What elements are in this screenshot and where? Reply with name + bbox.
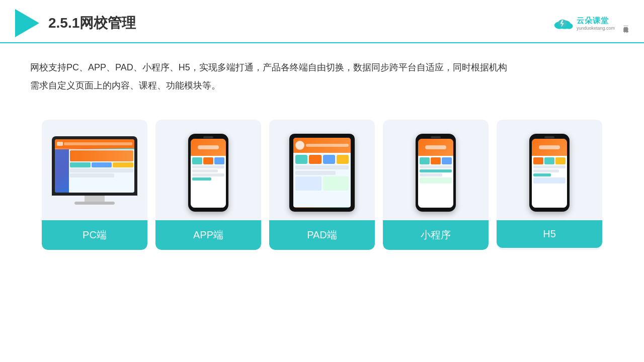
pc-neck [85,196,105,202]
card-pc-image [42,120,147,220]
card-pad-image [269,120,375,220]
card-miniprogram: 小程序 [383,120,489,250]
card-h5-image [497,120,602,220]
page-title: 2.5.1网校管理 [48,14,136,33]
description-paragraph-2: 需求自定义页面上的内容、课程、功能模块等。 [30,76,614,95]
header: 2.5.1网校管理 云朵课堂 yunduoketang.com 教育机构一站式服… [0,0,644,43]
pc-base [74,202,115,205]
card-miniprogram-image [383,120,489,220]
pc-mockup [52,136,137,209]
description-text: 网校支持PC、APP、PAD、小程序、H5，实现多端打通，产品各终端自由切换，数… [0,43,644,105]
card-pc: PC端 [42,120,147,250]
card-h5-label: H5 [497,220,602,248]
brand-text-block: 云朵课堂 yunduoketang.com [577,16,615,31]
brand-url: yunduoketang.com [577,26,615,31]
header-left: 2.5.1网校管理 [15,9,136,37]
card-pc-label: PC端 [42,220,147,250]
card-app-image [155,120,261,220]
app-phone-mockup [188,134,228,212]
cards-container: PC端 [0,110,644,260]
cloud-icon [551,16,574,31]
card-pad: PAD端 [269,120,375,250]
h5-phone-mockup [529,134,570,212]
brand-logo: 云朵课堂 yunduoketang.com 教育机构一站式服务云平台 [551,16,629,31]
header-right: 云朵课堂 yunduoketang.com 教育机构一站式服务云平台 [551,16,629,31]
pc-screen-outer [52,136,137,196]
card-pad-label: PAD端 [269,220,375,250]
brand-name: 云朵课堂 [577,16,609,26]
app-phone-screen [191,139,226,208]
card-miniprogram-label: 小程序 [383,220,489,250]
pad-tablet-screen [293,138,351,208]
logo-triangle-icon [15,9,39,37]
miniprogram-phone-mockup [416,134,456,212]
miniprogram-phone-screen [418,139,453,208]
pad-tablet-mockup [289,134,355,212]
card-app-label: APP端 [155,220,261,250]
card-h5: H5 [497,120,602,250]
h5-phone-screen [532,139,567,208]
pc-screen-inner [55,139,134,193]
description-paragraph: 网校支持PC、APP、PAD、小程序、H5，实现多端打通，产品各终端自由切换，数… [30,58,614,76]
card-app: APP端 [155,120,261,250]
